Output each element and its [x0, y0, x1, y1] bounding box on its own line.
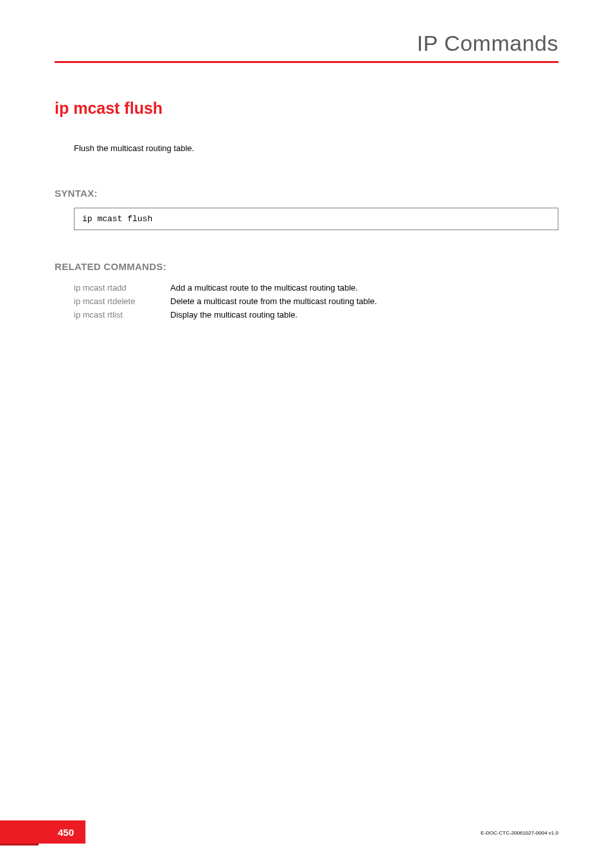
- page-tab: 450: [0, 820, 85, 844]
- related-commands-heading: RELATED COMMANDS:: [55, 261, 558, 272]
- page-number: 450: [58, 827, 74, 838]
- footer: 450 E-DOC-CTC-20061027-0004 v1.0: [0, 820, 613, 844]
- header-row: IP Commands: [55, 31, 558, 56]
- related-command-name[interactable]: ip mcast rtdelete: [74, 294, 170, 308]
- related-command-desc: Delete a multicast route from the multic…: [170, 294, 377, 308]
- page-number-block: 450: [0, 820, 87, 844]
- syntax-code-block: ip mcast flush: [74, 208, 558, 230]
- document-reference: E-DOC-CTC-20061027-0004 v1.0: [481, 830, 558, 836]
- chapter-title: IP Commands: [417, 31, 558, 56]
- related-commands-table: ip mcast rtadd Add a multicast route to …: [74, 281, 377, 321]
- page-container: IP Commands ip mcast flush Flush the mul…: [0, 0, 613, 321]
- command-title: ip mcast flush: [55, 99, 558, 118]
- table-row: ip mcast rtadd Add a multicast route to …: [74, 281, 377, 294]
- related-command-name[interactable]: ip mcast rtlist: [74, 308, 170, 321]
- table-row: ip mcast rtlist Display the multicast ro…: [74, 308, 377, 321]
- related-command-desc: Display the multicast routing table.: [170, 308, 377, 321]
- header-rule: [55, 61, 558, 63]
- command-description: Flush the multicast routing table.: [74, 143, 558, 153]
- syntax-heading: SYNTAX:: [55, 188, 558, 199]
- related-command-desc: Add a multicast route to the multicast r…: [170, 281, 377, 294]
- table-row: ip mcast rtdelete Delete a multicast rou…: [74, 294, 377, 308]
- related-command-name[interactable]: ip mcast rtadd: [74, 281, 170, 294]
